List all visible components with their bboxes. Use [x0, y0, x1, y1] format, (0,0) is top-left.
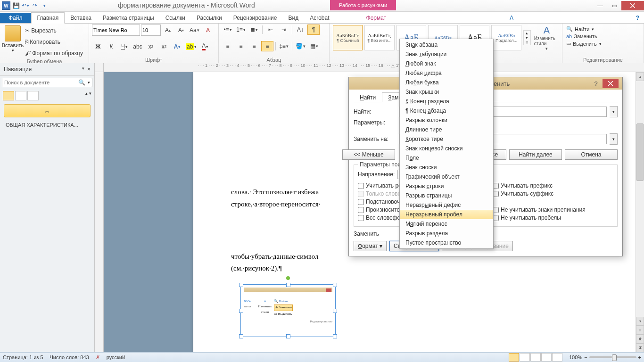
sort-button[interactable]: A↓: [294, 25, 306, 35]
special-menu-item[interactable]: Любая буква: [400, 78, 493, 87]
find-button[interactable]: 🔍Найти▾: [565, 25, 641, 33]
special-menu-item[interactable]: Знак табуляции: [400, 49, 493, 59]
search-icon[interactable]: 🔍: [76, 79, 87, 86]
undo-icon[interactable]: ↶▾: [22, 2, 29, 9]
strike-button[interactable]: abc: [132, 41, 144, 52]
multilevel-button[interactable]: ≣▾: [248, 25, 260, 35]
resize-handle[interactable]: [239, 283, 243, 287]
proofing-icon[interactable]: ✗: [96, 354, 100, 361]
align-center-button[interactable]: ≡: [235, 41, 247, 51]
outline-view[interactable]: [541, 353, 552, 362]
select-button[interactable]: ▭Выделить▾: [565, 40, 641, 47]
browse-object-icon[interactable]: ○: [636, 326, 644, 335]
resize-handle[interactable]: [239, 334, 243, 338]
print-layout-view[interactable]: [509, 353, 519, 362]
tab-view[interactable]: Вид: [282, 13, 304, 23]
minimize-button[interactable]: —: [593, 1, 607, 10]
style-tile[interactable]: АаБбВвПодзагол...: [491, 25, 521, 50]
sounds-like-checkbox[interactable]: [358, 207, 364, 213]
status-page[interactable]: Страница: 1 из 5: [3, 354, 43, 360]
dialog-help-icon[interactable]: ?: [591, 80, 601, 87]
nav-next-icon[interactable]: ▾: [89, 91, 91, 100]
replace-button[interactable]: abЗаменить: [565, 33, 641, 40]
special-menu-item[interactable]: Мягкий перенос: [400, 219, 493, 229]
scroll-up-icon[interactable]: ▴: [636, 72, 644, 81]
ribbon-minimize-icon[interactable]: ᐱ: [505, 13, 518, 23]
nav-search[interactable]: 🔍▾: [2, 78, 92, 87]
special-menu-item[interactable]: Длинное тире: [400, 125, 493, 134]
change-case-button[interactable]: Aa▾: [188, 25, 201, 35]
format-menu-button[interactable]: Формат: [354, 241, 387, 251]
copy-button[interactable]: ⎘ Копировать: [24, 37, 86, 47]
status-language[interactable]: русский: [107, 354, 125, 360]
redo-icon[interactable]: ↷: [31, 2, 39, 9]
tab-references[interactable]: Ссылки: [160, 13, 191, 23]
selected-picture[interactable]: БбВвзагол AИзменить стили 🔍 Найти ab Зам…: [240, 284, 336, 337]
tab-home[interactable]: Главная: [31, 12, 65, 24]
special-menu-item[interactable]: Неразрывный пробел: [400, 210, 493, 219]
special-menu-item[interactable]: Знак сноски: [400, 163, 493, 172]
tab-page-layout[interactable]: Разметка страницы: [97, 13, 160, 23]
resize-handle[interactable]: [333, 334, 337, 338]
special-menu-item[interactable]: Знак абзаца: [400, 40, 493, 49]
special-menu-item[interactable]: Поле: [400, 153, 493, 163]
draft-view[interactable]: [552, 353, 562, 362]
special-menu-item[interactable]: Любая цифра: [400, 68, 493, 78]
cancel-button[interactable]: Отмена: [565, 149, 618, 160]
dialog-close-button[interactable]: [603, 79, 619, 88]
paste-button[interactable]: Вставить ▾: [3, 25, 23, 56]
zoom-out-button[interactable]: −: [584, 354, 587, 360]
resize-handle[interactable]: [333, 309, 337, 313]
font-color-button[interactable]: A▾: [199, 41, 211, 52]
horizontal-ruler[interactable]: · · · 1 · · · 2 · · · 3 · · · 4 · · · 5 …: [104, 63, 644, 72]
find-next-button[interactable]: Найти далее: [509, 149, 562, 160]
zoom-level[interactable]: 100%: [569, 354, 582, 360]
format-painter-button[interactable]: 🖌 Формат по образцу: [24, 48, 86, 58]
bold-button[interactable]: Ж: [92, 41, 104, 52]
search-input[interactable]: [2, 78, 76, 87]
qat-customize-icon[interactable]: ▾: [41, 2, 48, 9]
special-menu-item[interactable]: Неразрывный дефис: [400, 200, 493, 210]
tab-review[interactable]: Рецензирование: [228, 13, 283, 23]
nav-view-results[interactable]: [27, 91, 39, 100]
special-menu-item[interactable]: Короткое тире: [400, 134, 493, 144]
nav-view-headings[interactable]: [3, 91, 14, 100]
resize-handle[interactable]: [239, 309, 243, 313]
scroll-thumb[interactable]: [636, 123, 644, 181]
less-button[interactable]: << Меньше: [342, 149, 395, 160]
numbering-button[interactable]: 1≡▾: [235, 25, 247, 35]
shading-button[interactable]: 🪣▾: [294, 41, 307, 51]
special-menu-item[interactable]: Разрыв страницы: [400, 191, 493, 200]
special-menu-item[interactable]: Любой знак: [400, 59, 493, 68]
decrease-indent-button[interactable]: ⇤: [264, 25, 277, 35]
show-marks-button[interactable]: ¶: [307, 25, 320, 35]
highlight-button[interactable]: ab▾: [184, 41, 198, 52]
special-menu-item[interactable]: Знак концевой сноски: [400, 144, 493, 153]
word-app-icon[interactable]: W: [2, 1, 10, 10]
special-menu-item[interactable]: ¶ Конец абзаца: [400, 106, 493, 115]
nav-view-pages[interactable]: [15, 91, 26, 100]
nav-close-icon[interactable]: ×: [87, 66, 91, 73]
rotate-handle[interactable]: [286, 276, 290, 280]
clear-formatting-button[interactable]: A̷: [202, 25, 214, 35]
nav-heading-item[interactable]: ОБЩАЯ ХАРАКТЕРИСТИКА...: [4, 120, 91, 130]
close-button[interactable]: [621, 1, 644, 10]
style-tile[interactable]: АаБбВвГг,¶ Обычный: [333, 25, 363, 50]
special-menu-item[interactable]: § Конец раздела: [400, 97, 493, 106]
special-menu-item[interactable]: Знак крышки: [400, 87, 493, 97]
superscript-button[interactable]: x2: [158, 41, 170, 52]
style-tile[interactable]: АаБбВвГг,¶ Без инте...: [364, 25, 394, 50]
help-icon[interactable]: ?: [631, 13, 644, 23]
special-menu-item[interactable]: Разрыв строки: [400, 181, 493, 191]
italic-button[interactable]: К: [105, 41, 117, 52]
font-name-combo[interactable]: [92, 25, 140, 36]
tab-file[interactable]: Файл: [0, 13, 31, 23]
special-menu-item[interactable]: Разрыв колонки: [400, 115, 493, 125]
increase-indent-button[interactable]: ⇥: [278, 25, 290, 35]
resize-handle[interactable]: [333, 283, 337, 287]
find-dropdown-icon[interactable]: ▾: [610, 106, 618, 117]
replace-dropdown-icon[interactable]: ▾: [610, 133, 618, 145]
web-layout-view[interactable]: [530, 353, 541, 362]
special-menu-item[interactable]: Графический объект: [400, 172, 493, 181]
justify-button[interactable]: ≡: [261, 41, 273, 51]
